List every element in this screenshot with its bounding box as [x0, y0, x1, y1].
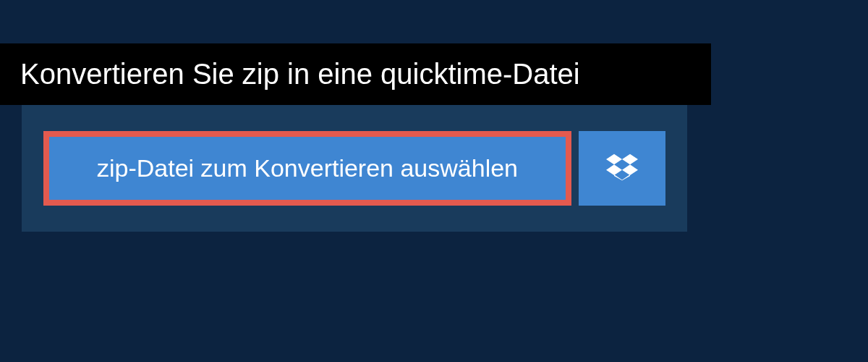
page-title: Konvertieren Sie zip in eine quicktime-D…: [20, 58, 691, 90]
header-bar: Konvertieren Sie zip in eine quicktime-D…: [0, 43, 711, 105]
file-select-panel: zip-Datei zum Konvertieren auswählen: [22, 105, 687, 232]
select-file-label: zip-Datei zum Konvertieren auswählen: [97, 154, 518, 182]
select-file-button[interactable]: zip-Datei zum Konvertieren auswählen: [43, 131, 571, 206]
dropbox-icon: [606, 151, 638, 185]
dropbox-button[interactable]: [579, 131, 665, 206]
